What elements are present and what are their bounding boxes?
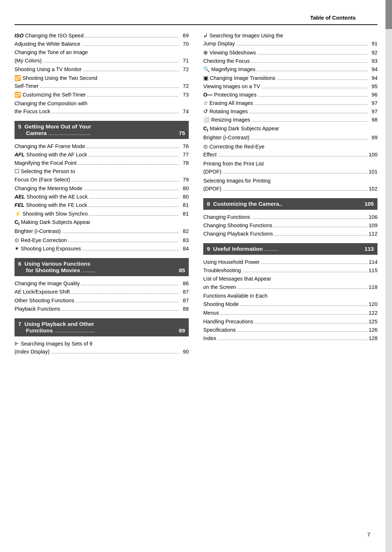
scrollbar-thumb[interactable] — [385, 0, 392, 29]
page-num: 69 — [180, 32, 189, 40]
page-number: 7 — [367, 531, 370, 537]
right-column: ↲ Searching for Images Using the Jump Di… — [200, 32, 377, 528]
toc-entry-messages: List of Messages that Appear on the Scre… — [203, 275, 377, 291]
toc-entry-focus-lock: Changing the Composition with the Focus … — [15, 99, 189, 116]
section5-title: 5 Getting More Out of Your Camera ......… — [18, 123, 91, 136]
toc-entry-change-shooting: Changing Shooting Functions 109 — [203, 221, 377, 230]
toc-entry-troubleshooting: Troubleshooting 115 — [203, 266, 377, 275]
toc-entry-ae-lock: AEL Shooting with the AE Lock 80 — [15, 193, 189, 201]
toc-entry-focal-point: Magnifying the Focal Point 78 — [15, 159, 189, 167]
toc-entry-af-lock: AFL Shooting with the AF Lock 77 — [15, 151, 189, 159]
toc-entry-protect: O― Protecting Images 96 — [203, 91, 377, 99]
section5-header: 5 Getting More Out of Your Camera ......… — [15, 121, 189, 139]
scrollbar[interactable] — [385, 0, 392, 552]
section6-page: 85 — [179, 267, 185, 274]
toc-entry-magnify: 🔍 Magnifying Images 94 — [203, 65, 377, 74]
section8-header: 8 Customizing the Camera.. 105 — [203, 198, 377, 210]
iso-label: ISO Changing the ISO Speed — [15, 32, 83, 40]
section9-page: 113 — [364, 246, 374, 252]
section6-title: 6 Using Various Functions for Shooting M… — [18, 261, 96, 274]
entry-line1: Changing the Tone of an Image — [15, 48, 189, 56]
section9-title: 9 Useful Information ......... — [207, 246, 278, 252]
toc-entry-customize-timer: 🔂 Customizing the Self-Timer 73 — [15, 91, 189, 99]
toc-entry-select-printing: Selecting Images for Printing (DPOF) 102 — [203, 177, 377, 193]
toc-entry-iso: ISO Changing the ISO Speed 69 — [15, 32, 189, 40]
toc-entry-change-playback: Changing Playback Functions 112 — [203, 230, 377, 238]
section8-title: 8 Customizing the Camera.. — [207, 201, 282, 207]
toc-entry-metering: Changing the Metering Mode 80 — [15, 184, 189, 193]
toc-entry-specifications: Specifications 126 — [203, 326, 377, 334]
toc-entry-long-exposures: ✶ Shooting Long Exposures 84 — [15, 245, 189, 253]
toc-entry-other-shooting: Other Shooting Functions 87 — [15, 297, 189, 305]
toc-entry-white-balance: Adjusting the White Balance 70 — [15, 40, 189, 48]
page-footer: 7 — [0, 528, 392, 537]
toc-entry-rotate: ↺ Rotating Images 97 — [203, 107, 377, 116]
entry-label: Adjusting the White Balance — [15, 40, 80, 48]
toc-entry-tone: Changing the Tone of an Image (My Colors… — [15, 48, 189, 65]
page: Table of Contents ISO Changing the ISO S… — [0, 0, 392, 552]
toc-entry-handling: Handling Precautions 125 — [203, 318, 377, 326]
header-title: Table of Contents — [310, 15, 356, 21]
section9-header: 9 Useful Information ......... 113 — [203, 243, 377, 255]
toc-entry-dark-subjects-right: Ci Making Dark Subjects Appear Brighter … — [203, 124, 377, 142]
toc-entry-red-eye-correction: ⊙ Red-Eye Correction 83 — [15, 236, 189, 245]
entry-line2: (My Colors) 71 — [15, 57, 189, 65]
toc-entry-view-tv: Viewing Images on a TV 95 — [203, 82, 377, 91]
page-header: Table of Contents — [15, 15, 377, 25]
section6-header: 6 Using Various Functions for Shooting M… — [15, 258, 189, 276]
toc-entry-check-focus: Checking the Focus 93 — [203, 57, 377, 65]
toc-entry-dark-subjects-left: Ci Making Dark Subjects Appear Brighter … — [15, 218, 189, 236]
section5-page: 75 — [179, 130, 185, 136]
toc-entry-slow-synchro: ⚡ Shooting with Slow Synchro 81 — [15, 210, 189, 218]
page-num: 70 — [180, 40, 189, 48]
toc-entry-tv-monitor: Shooting Using a TV Monitor 72 — [15, 65, 189, 74]
toc-entry-functions-available: Functions Available in Each Shooting Mod… — [203, 292, 377, 308]
section7-header: 7 Using Playback and Other Functions ...… — [15, 318, 189, 336]
left-column: ISO Changing the ISO Speed 69 Adjusting … — [15, 32, 200, 528]
toc-entry-face-select: ☐ Selecting the Person to Focus On (Face… — [15, 167, 189, 184]
toc-entry-fe-lock: FEL Shooting with the FE Lock 81 — [15, 201, 189, 209]
toc-entry-print-list: Printing from the Print List (DPOF) 101 — [203, 160, 377, 176]
toc-entry-red-eye-effect: ⊙ Correcting the Red-Eye Effect 100 — [203, 143, 377, 159]
leader — [85, 37, 179, 37]
toc-entry-slideshows: ⊕ Viewing Slideshows 92 — [203, 49, 377, 57]
toc-content: ISO Changing the ISO Speed 69 Adjusting … — [0, 32, 392, 528]
leader — [82, 45, 179, 46]
toc-entry-af-frame: Changing the AF Frame Mode 76 — [15, 142, 189, 151]
toc-entry-two-second: 🔂 Shooting Using the Two Second Self-Tim… — [15, 74, 189, 90]
section7-page: 89 — [179, 327, 185, 334]
toc-entry-image-transitions: ▣ Changing Image Transitions 94 — [203, 74, 377, 82]
toc-entry-resize: ⬜ Resizing Images 98 — [203, 116, 377, 124]
toc-entry-household-power: Using Household Power 114 — [203, 258, 377, 266]
toc-entry-erase-all: ☆ Erasing All Images 97 — [203, 99, 377, 107]
section7-title: 7 Using Playback and Other Functions ...… — [18, 321, 95, 334]
toc-entry-image-quality: Changing the Image Quality 86 — [15, 279, 189, 288]
toc-entry-playback-functions: Playback Functions 88 — [15, 305, 189, 313]
toc-entry-change-functions: Changing Functions 106 — [203, 213, 377, 221]
toc-entry-jump-display: ↲ Searching for Images Using the Jump Di… — [203, 32, 377, 48]
section8-page: 105 — [364, 201, 374, 207]
toc-entry-ae-lock-exposure: AE Lock/Exposure Shift 87 — [15, 288, 189, 296]
toc-entry-index-display: ⊩ Searching Images by Sets of 9 (Index D… — [15, 340, 189, 356]
toc-entry-index: Index 128 — [203, 334, 377, 343]
toc-entry-menus: Menus 122 — [203, 309, 377, 317]
